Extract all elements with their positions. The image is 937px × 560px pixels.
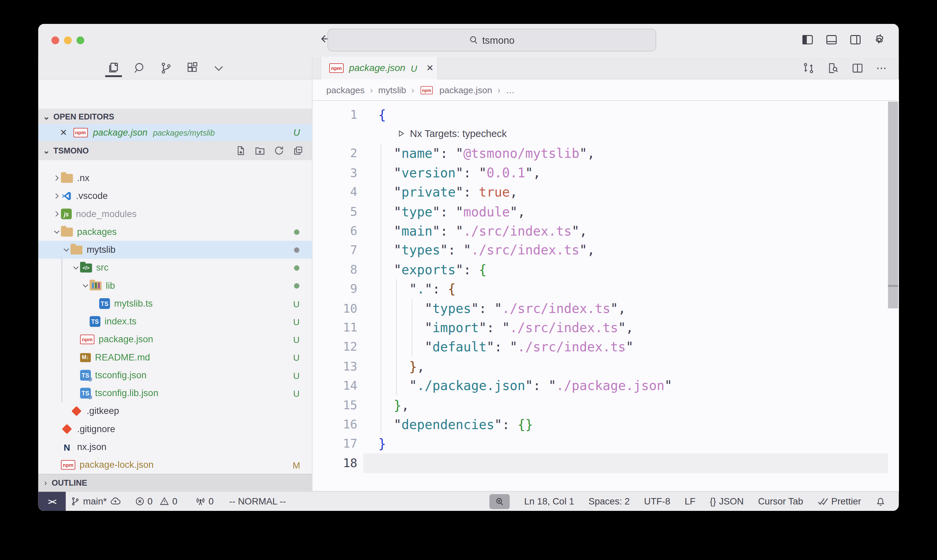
source-control-tab-icon[interactable] [159, 59, 173, 77]
tree-item-readme.md[interactable]: M↓README.mdU [38, 348, 312, 366]
tree-item-mytslib.ts[interactable]: TSmytslib.tsU [38, 294, 312, 312]
modified-dot-badge [294, 265, 300, 270]
code-editor[interactable]: 1{2 "name": "@tsmono/mytslib",3 "version… [313, 100, 899, 492]
tree-item-tsconfig.lib.json[interactable]: TS⚙tsconfig.lib.jsonU [38, 384, 312, 402]
open-editors-header[interactable]: ⌄ OPEN EDITORS [38, 109, 312, 124]
ports-count: 0 [208, 496, 213, 507]
tree-item-.nx[interactable]: .nx [38, 169, 312, 187]
breadcrumb-item-package.json[interactable]: package.json [439, 85, 492, 95]
settings-gear-icon[interactable] [873, 33, 886, 46]
tree-item-package.json[interactable]: npmpackage.jsonU [38, 331, 312, 348]
tree-item-mytslib[interactable]: mytslib [38, 241, 312, 259]
code-line-17: } [378, 434, 386, 454]
activity-bar [38, 57, 312, 79]
tree-item-.gitignore[interactable]: .gitignore [38, 420, 312, 438]
tree-item-label: mytslib.ts [114, 298, 153, 309]
branch-status[interactable]: main* [71, 496, 121, 507]
code-line-15: }, [378, 395, 409, 415]
tree-item-.gitkeep[interactable]: .gitkeep [38, 402, 312, 420]
git-file-icon [61, 425, 73, 432]
eol-status[interactable]: LF [685, 496, 695, 507]
tree-item-tsconfig.json[interactable]: TS⚙tsconfig.jsonU [38, 366, 312, 384]
new-folder-icon[interactable] [254, 145, 265, 156]
encoding-status[interactable]: UTF-8 [644, 496, 671, 507]
collapse-all-icon[interactable] [293, 145, 303, 156]
close-editor-icon[interactable]: ✕ [60, 127, 67, 138]
tree-item-index.ts[interactable]: TSindex.tsU [38, 313, 312, 331]
tree-item-label: src [96, 262, 109, 273]
editor-scrollbar[interactable] [888, 102, 898, 308]
tab-bar: npm package.json U ✕ ⋯ [313, 57, 899, 79]
tree-item-label: index.ts [105, 316, 137, 327]
vim-mode-indicator[interactable]: -- NORMAL -- [229, 496, 286, 507]
code-line-13: }, [378, 357, 425, 377]
git-file-icon [71, 408, 83, 415]
tree-item-nx.json[interactable]: Nnx.json [38, 438, 312, 456]
line-number: 8 [313, 260, 357, 280]
zoom-window-button[interactable] [76, 36, 84, 44]
tree-item-label: .gitkeep [86, 406, 119, 417]
open-changes-icon[interactable] [803, 62, 815, 74]
cursor-tab-status[interactable]: Cursor Tab [758, 496, 803, 507]
chevron-right-icon[interactable] [52, 210, 61, 218]
chevron-down-icon[interactable] [72, 263, 80, 272]
breadcrumb-item-[interactable]: … [506, 85, 515, 95]
toggle-primary-sidebar-icon[interactable] [802, 33, 814, 46]
indentation-status[interactable]: Spaces: 2 [589, 496, 630, 507]
broadcast-tower-icon [195, 496, 205, 506]
screen-zoom-indicator[interactable] [490, 494, 510, 509]
search-editor-icon[interactable] [827, 62, 839, 74]
tab-package-json[interactable]: npm package.json U ✕ [320, 57, 438, 79]
close-tab-icon[interactable]: ✕ [426, 63, 434, 73]
tree-item-label: tsconfig.lib.json [95, 388, 158, 398]
split-editor-icon[interactable] [851, 62, 864, 74]
chevron-down-icon[interactable] [62, 246, 71, 254]
remote-indicator[interactable]: >< [38, 492, 66, 511]
tree-item-node-modules[interactable]: jsnode_modules [38, 205, 312, 223]
chevron-right-icon[interactable] [52, 192, 61, 200]
codelens-nx-targets[interactable]: Nx Targets: typecheck [397, 125, 507, 142]
section-outline[interactable]: ›OUTLINE [38, 474, 312, 491]
search-tab-icon[interactable] [132, 59, 147, 77]
src-folder-icon: </> [80, 263, 92, 272]
workspace-header[interactable]: ⌄ TSMONO [38, 141, 312, 160]
tree-item-src[interactable]: </>src [38, 259, 312, 277]
refresh-icon[interactable] [274, 145, 285, 156]
breadcrumb-item-mytslib[interactable]: mytslib [378, 85, 406, 95]
more-views-chevron-icon[interactable] [212, 59, 226, 77]
ports-status[interactable]: 0 [195, 496, 213, 507]
git-status-badge: U [291, 298, 301, 309]
problems-status[interactable]: 0 0 [135, 496, 178, 507]
workspace-title: TSMONO [54, 146, 89, 155]
line-number: 2 [313, 144, 357, 163]
toggle-panel-icon[interactable] [825, 33, 838, 46]
tree-item-.vscode[interactable]: .vscode [38, 187, 312, 205]
new-file-icon[interactable] [235, 145, 246, 156]
extensions-tab-icon[interactable] [185, 59, 200, 77]
formatter-status[interactable]: Prettier [817, 496, 861, 507]
tree-item-lib[interactable]: lib [38, 277, 312, 294]
toggle-secondary-sidebar-icon[interactable] [849, 33, 862, 46]
tree-item-packages[interactable]: packages [38, 223, 312, 241]
close-window-button[interactable] [51, 36, 59, 44]
explorer-tab-icon[interactable] [106, 59, 121, 77]
breadcrumb-item-packages[interactable]: packages [326, 85, 365, 95]
git-status-badge: M [291, 460, 301, 470]
chevron-down-icon[interactable] [52, 228, 61, 236]
chevron-down-icon[interactable] [81, 282, 89, 290]
warning-icon [160, 496, 169, 506]
notifications-bell-icon[interactable] [875, 496, 886, 506]
open-editor-item[interactable]: ✕ npm package.json packages/mytslib U [38, 124, 312, 141]
nx-file-icon: N [61, 442, 73, 452]
indent-guide [396, 279, 397, 395]
tree-item-package-lock.json[interactable]: npmpackage-lock.jsonM [38, 456, 312, 474]
chevron-down-icon: ⌄ [43, 146, 50, 155]
typescript-file-icon: TS [99, 298, 110, 309]
minimize-window-button[interactable] [64, 36, 72, 44]
chevron-right-icon[interactable] [52, 174, 61, 182]
more-actions-icon[interactable]: ⋯ [876, 62, 888, 75]
command-center-search[interactable]: tsmono [328, 29, 656, 51]
line-number: 18 [313, 453, 357, 473]
language-mode-status[interactable]: {}JSON [710, 496, 744, 507]
cursor-position-status[interactable]: Ln 18, Col 1 [525, 496, 574, 507]
